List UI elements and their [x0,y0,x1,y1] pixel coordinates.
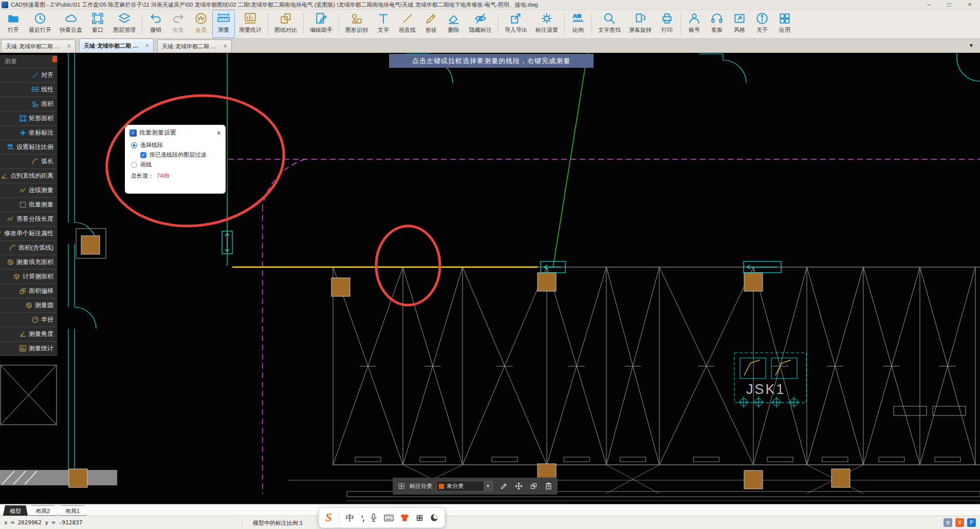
toolbar-style-button[interactable]: 风格 [728,10,751,38]
toolbar-redo-button[interactable]: 恢复 [167,10,190,38]
sidebar-item-rect-area[interactable]: 矩形面积 [0,111,57,126]
recent-icon [33,12,47,25]
close-button[interactable]: × [959,0,980,10]
promo-tray-icon[interactable]: ¥ [955,518,964,527]
radio-unselected-icon[interactable] [131,162,137,168]
batch-measure-icon [19,201,27,209]
apps-grid-icon[interactable] [416,514,423,522]
sidebar-item-measure-angle[interactable]: 测量角度 [0,327,57,342]
toolbar-vip-button[interactable]: 会员 [190,10,212,38]
checkbox-checked-icon[interactable]: ✓ [140,152,146,158]
ime-punctuation-icon[interactable]: ’, [361,514,363,522]
sidebar-item-area-offset[interactable]: 面积偏移 [0,284,57,298]
cad-drawing-canvas[interactable]: JSK1 [0,53,980,504]
toolbar-layers-button[interactable]: 图层管理 [109,10,140,38]
toolbar-window-button[interactable]: 窗口 [86,10,109,38]
toolbar-undo-button[interactable]: 撤销 [144,10,167,38]
sidebar-item-edit-annotation[interactable]: 修改单个标注属性 [0,226,57,241]
toolbar-edit-assistant-label: 编辑助手 [310,26,332,34]
toolbar-cloud-drive-button[interactable]: 快看云盘 [56,10,86,38]
move-annotation-icon[interactable] [515,482,523,490]
paste-annotation-icon[interactable] [545,482,552,490]
toolbar-shape-button[interactable]: 形状 [420,10,442,38]
area-tool-tray-icon[interactable]: P [967,518,976,527]
checkbox-row-layer-filter[interactable]: ✓ 按已选线段的图层过滤 [125,149,226,159]
toolbar-support-button[interactable]: 客服 [706,10,728,38]
tab-list-dropdown-icon[interactable]: ▼ [969,43,974,48]
classify-dropdown[interactable]: 未分类 ▼ [436,481,493,492]
edit-annotation-icon[interactable] [500,482,508,490]
toolbar-edit-assistant-button[interactable]: 编辑助手 [306,10,337,38]
document-tab-1[interactable]: 天城·龙域华都二期 …× [1,40,76,52]
radio-row-select-segment[interactable]: 选择线段 [125,139,226,149]
sidebar-item-segment-length[interactable]: 查看分段长度 [0,212,57,226]
toolbar-annotation-settings-button[interactable]: 标注设置 [531,10,562,38]
sidebar-item-linear[interactable]: 线性 [0,83,57,97]
dialog-close-icon[interactable]: × [217,130,221,136]
layout-tab-布局1[interactable]: 布局1 [59,505,86,516]
toolbar-draw-line-button[interactable]: 画直线 [395,10,420,38]
sidebar-item-continuous-measure[interactable]: 连续测量 [0,183,57,198]
toolbar-recent-button[interactable]: 最近打开 [25,10,56,38]
sidebar-item-align[interactable]: 对齐 [0,68,57,83]
toolbar-measure-stats-button[interactable]: 测量统计 [235,10,266,38]
sidebar-item-label: 线性 [41,85,53,94]
sidebar-item-measure-statistics[interactable]: 测量统计 [0,342,57,356]
document-tab-2[interactable]: 天城·龙域华都二期 …× [79,39,154,52]
tab-close-icon[interactable]: × [67,43,71,50]
toolbar-scale-button[interactable]: 比例 [567,10,589,38]
sogou-logo-icon[interactable]: S [325,511,332,524]
clothes-skin-icon[interactable] [400,514,409,522]
toolbar-hide-annotations-button[interactable]: 隐藏标注 [465,10,496,38]
sidebar-item-fill-area[interactable]: 测量填充面积 [0,255,57,270]
toolbar-shape-recognition-button[interactable]: 图形识别 [341,10,372,38]
sidebar-item-point-to-line[interactable]: 点到直线的距离 [0,169,57,183]
toolbar-redo-label: 恢复 [173,26,184,34]
toolbar-screen-rotate-button[interactable]: 屏幕旋转 [625,10,656,38]
toolbar-text-button[interactable]: 文字 [372,10,395,38]
sidebar-item-area[interactable]: 面积 [0,97,57,111]
sidebar-item-arc-length[interactable]: 弧长 [0,155,57,169]
sidebar-item-area-with-arc[interactable]: 面积(含弧线) [0,241,57,255]
sidebar-item-measure-circle[interactable]: 测量圆 [0,298,57,313]
layout-tab-模型[interactable]: 模型 [3,505,28,516]
document-tray-icon[interactable]: ≣ [944,518,952,527]
layout-tab-布局2[interactable]: 布局2 [29,505,57,516]
toolbar-open-button[interactable]: 打开 [2,10,25,38]
window-icon [91,12,104,25]
sidebar-item-side-area[interactable]: 计算侧面积 [0,270,57,284]
maximize-button[interactable]: □ [939,0,959,10]
radio-draw-line-label: 画线 [140,161,152,168]
toolbar-drawing-compare-button[interactable]: 图纸对比 [270,10,301,38]
cursor-coordinates: x = 2029962 y = -912837 [4,519,82,526]
classify-grid-icon[interactable] [398,482,405,490]
tab-close-icon[interactable]: × [145,42,149,49]
ime-mode-chinese[interactable]: 中 [346,512,355,524]
microphone-icon[interactable] [370,513,377,522]
toolbar-about-button[interactable]: 关于 [751,10,773,38]
copy-annotation-icon[interactable] [530,482,538,490]
radio-selected-icon[interactable] [131,142,137,148]
tab-close-icon[interactable]: × [224,43,227,50]
sidebar-item-batch-measure[interactable]: 批量测量 [0,198,57,212]
toolbar-text-search-button[interactable]: 文字查找 [594,10,625,38]
toolbar-about-label: 关于 [756,26,768,34]
toolbar-print-button[interactable]: 打印 [656,10,678,38]
sidebar-item-set-scale[interactable]: 设置标注比例 [0,140,57,155]
sidebar-item-coordinate-label[interactable]: 坐标标注 [0,126,57,140]
dropdown-arrow-icon[interactable]: ▼ [484,481,492,491]
toolbar-apps-button[interactable]: 应用 [773,10,796,38]
radio-row-draw-line[interactable]: 画线 [125,159,226,168]
night-mode-icon[interactable] [430,514,438,522]
toolbar-import-export-button[interactable]: 导入导出 [501,10,531,38]
toolbar-drawing-compare-label: 图纸对比 [274,26,297,34]
keyboard-icon[interactable] [384,514,394,522]
toolbar-measure-button[interactable]: 测量 [212,10,235,38]
document-tab-3[interactable]: 天城·龙域华都二期 …× [157,40,232,52]
toolbar-delete-button[interactable]: 删除 [442,10,465,38]
drawing-compare-icon [279,12,292,25]
sidebar-item-radius[interactable]: 半径 [0,313,57,327]
dialog-header[interactable]: C 批量测量设置 × [125,125,226,139]
toolbar-account-button[interactable]: 账号 [683,10,706,38]
minimize-button[interactable]: − [918,0,939,10]
